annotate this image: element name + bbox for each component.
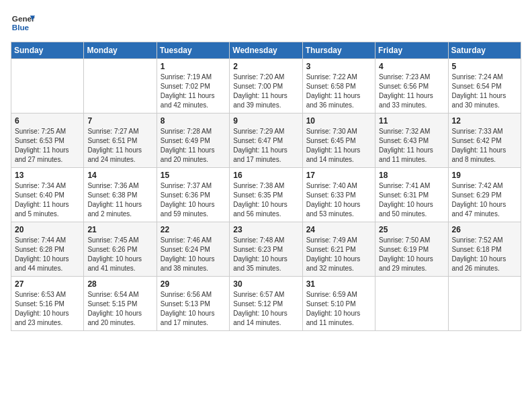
- day-number: 14: [87, 171, 152, 180]
- calendar-cell: 7Sunrise: 7:27 AM Sunset: 6:51 PM Daylig…: [84, 113, 157, 168]
- calendar-cell: 24Sunrise: 7:49 AM Sunset: 6:21 PM Dayli…: [302, 222, 375, 277]
- day-number: 16: [233, 171, 298, 180]
- calendar-cell: [84, 59, 157, 113]
- calendar-cell: [448, 277, 521, 331]
- day-number: 1: [161, 62, 226, 71]
- weekday-header-wednesday: Wednesday: [230, 42, 302, 59]
- day-number: 11: [379, 116, 444, 126]
- calendar-cell: 15Sunrise: 7:37 AM Sunset: 6:36 PM Dayli…: [157, 168, 229, 222]
- calendar-cell: [11, 59, 84, 113]
- day-info: Sunrise: 7:30 AM Sunset: 6:45 PM Dayligh…: [306, 127, 371, 165]
- calendar-cell: 21Sunrise: 7:45 AM Sunset: 6:26 PM Dayli…: [84, 222, 157, 277]
- day-info: Sunrise: 7:34 AM Sunset: 6:40 PM Dayligh…: [15, 181, 80, 219]
- calendar-week-1: 1Sunrise: 7:19 AM Sunset: 7:02 PM Daylig…: [11, 59, 521, 113]
- day-number: 21: [87, 225, 152, 234]
- day-number: 2: [233, 62, 298, 71]
- day-info: Sunrise: 7:38 AM Sunset: 6:35 PM Dayligh…: [233, 181, 298, 219]
- day-number: 6: [15, 116, 80, 126]
- calendar-cell: 27Sunrise: 6:53 AM Sunset: 5:16 PM Dayli…: [11, 277, 84, 331]
- day-info: Sunrise: 6:53 AM Sunset: 5:16 PM Dayligh…: [15, 290, 80, 328]
- calendar-cell: 30Sunrise: 6:57 AM Sunset: 5:12 PM Dayli…: [230, 277, 302, 331]
- calendar-cell: 6Sunrise: 7:25 AM Sunset: 6:53 PM Daylig…: [11, 113, 84, 168]
- day-number: 3: [306, 62, 371, 71]
- weekday-header-tuesday: Tuesday: [157, 42, 229, 59]
- day-info: Sunrise: 6:57 AM Sunset: 5:12 PM Dayligh…: [233, 290, 298, 328]
- day-number: 12: [452, 116, 517, 126]
- day-info: Sunrise: 7:24 AM Sunset: 6:54 PM Dayligh…: [452, 73, 517, 110]
- day-number: 19: [452, 171, 517, 180]
- calendar-week-5: 27Sunrise: 6:53 AM Sunset: 5:16 PM Dayli…: [11, 277, 521, 331]
- day-number: 23: [233, 225, 298, 234]
- calendar-cell: 12Sunrise: 7:33 AM Sunset: 6:42 PM Dayli…: [448, 113, 521, 168]
- day-info: Sunrise: 7:27 AM Sunset: 6:51 PM Dayligh…: [87, 127, 152, 165]
- day-info: Sunrise: 6:54 AM Sunset: 5:15 PM Dayligh…: [87, 290, 152, 328]
- weekday-header-thursday: Thursday: [302, 42, 375, 59]
- day-info: Sunrise: 7:37 AM Sunset: 6:36 PM Dayligh…: [161, 181, 226, 219]
- day-info: Sunrise: 7:50 AM Sunset: 6:19 PM Dayligh…: [379, 236, 444, 273]
- calendar-cell: 4Sunrise: 7:23 AM Sunset: 6:56 PM Daylig…: [375, 59, 448, 113]
- day-info: Sunrise: 7:48 AM Sunset: 6:23 PM Dayligh…: [233, 236, 298, 273]
- logo: General Blue: [11, 11, 35, 35]
- day-number: 30: [233, 279, 298, 289]
- day-info: Sunrise: 7:29 AM Sunset: 6:47 PM Dayligh…: [233, 127, 298, 165]
- calendar-body: 1Sunrise: 7:19 AM Sunset: 7:02 PM Daylig…: [11, 59, 521, 331]
- calendar-cell: 23Sunrise: 7:48 AM Sunset: 6:23 PM Dayli…: [230, 222, 302, 277]
- day-info: Sunrise: 7:49 AM Sunset: 6:21 PM Dayligh…: [306, 236, 371, 273]
- weekday-header-saturday: Saturday: [448, 42, 521, 59]
- calendar-cell: 19Sunrise: 7:42 AM Sunset: 6:29 PM Dayli…: [448, 168, 521, 222]
- day-number: 9: [233, 116, 298, 126]
- day-info: Sunrise: 7:28 AM Sunset: 6:49 PM Dayligh…: [161, 127, 226, 165]
- day-number: 7: [87, 116, 152, 126]
- calendar-week-3: 13Sunrise: 7:34 AM Sunset: 6:40 PM Dayli…: [11, 168, 521, 222]
- day-number: 29: [161, 279, 226, 289]
- calendar: SundayMondayTuesdayWednesdayThursdayFrid…: [11, 42, 521, 331]
- calendar-cell: 17Sunrise: 7:40 AM Sunset: 6:33 PM Dayli…: [302, 168, 375, 222]
- day-number: 17: [306, 171, 371, 180]
- day-info: Sunrise: 7:36 AM Sunset: 6:38 PM Dayligh…: [87, 181, 152, 219]
- day-number: 20: [15, 225, 80, 234]
- calendar-cell: 28Sunrise: 6:54 AM Sunset: 5:15 PM Dayli…: [84, 277, 157, 331]
- day-info: Sunrise: 7:23 AM Sunset: 6:56 PM Dayligh…: [379, 73, 444, 110]
- calendar-cell: [375, 277, 448, 331]
- svg-text:General: General: [12, 14, 35, 23]
- calendar-cell: 25Sunrise: 7:50 AM Sunset: 6:19 PM Dayli…: [375, 222, 448, 277]
- calendar-cell: 26Sunrise: 7:52 AM Sunset: 6:18 PM Dayli…: [448, 222, 521, 277]
- page-header: General Blue: [11, 11, 521, 35]
- day-info: Sunrise: 7:52 AM Sunset: 6:18 PM Dayligh…: [452, 236, 517, 273]
- day-info: Sunrise: 6:56 AM Sunset: 5:13 PM Dayligh…: [161, 290, 226, 328]
- day-info: Sunrise: 7:40 AM Sunset: 6:33 PM Dayligh…: [306, 181, 371, 219]
- weekday-header-sunday: Sunday: [11, 42, 84, 59]
- calendar-cell: 29Sunrise: 6:56 AM Sunset: 5:13 PM Dayli…: [157, 277, 229, 331]
- calendar-cell: 5Sunrise: 7:24 AM Sunset: 6:54 PM Daylig…: [448, 59, 521, 113]
- calendar-cell: 16Sunrise: 7:38 AM Sunset: 6:35 PM Dayli…: [230, 168, 302, 222]
- weekday-header-friday: Friday: [375, 42, 448, 59]
- calendar-cell: 14Sunrise: 7:36 AM Sunset: 6:38 PM Dayli…: [84, 168, 157, 222]
- calendar-cell: 1Sunrise: 7:19 AM Sunset: 7:02 PM Daylig…: [157, 59, 229, 113]
- day-number: 8: [161, 116, 226, 126]
- weekday-header-monday: Monday: [84, 42, 157, 59]
- calendar-cell: 31Sunrise: 6:59 AM Sunset: 5:10 PM Dayli…: [302, 277, 375, 331]
- day-number: 31: [306, 279, 371, 289]
- calendar-cell: 10Sunrise: 7:30 AM Sunset: 6:45 PM Dayli…: [302, 113, 375, 168]
- day-info: Sunrise: 7:20 AM Sunset: 7:00 PM Dayligh…: [233, 73, 298, 110]
- day-number: 4: [379, 62, 444, 71]
- day-info: Sunrise: 7:45 AM Sunset: 6:26 PM Dayligh…: [87, 236, 152, 273]
- day-info: Sunrise: 7:22 AM Sunset: 6:58 PM Dayligh…: [306, 73, 371, 110]
- calendar-header-row: SundayMondayTuesdayWednesdayThursdayFrid…: [11, 42, 521, 59]
- day-info: Sunrise: 7:32 AM Sunset: 6:43 PM Dayligh…: [379, 127, 444, 165]
- calendar-cell: 9Sunrise: 7:29 AM Sunset: 6:47 PM Daylig…: [230, 113, 302, 168]
- day-info: Sunrise: 7:46 AM Sunset: 6:24 PM Dayligh…: [161, 236, 226, 273]
- day-number: 27: [15, 279, 80, 289]
- day-number: 26: [452, 225, 517, 234]
- calendar-cell: 18Sunrise: 7:41 AM Sunset: 6:31 PM Dayli…: [375, 168, 448, 222]
- calendar-week-4: 20Sunrise: 7:44 AM Sunset: 6:28 PM Dayli…: [11, 222, 521, 277]
- calendar-cell: 22Sunrise: 7:46 AM Sunset: 6:24 PM Dayli…: [157, 222, 229, 277]
- day-info: Sunrise: 7:41 AM Sunset: 6:31 PM Dayligh…: [379, 181, 444, 219]
- day-number: 15: [161, 171, 226, 180]
- day-number: 22: [161, 225, 226, 234]
- day-number: 25: [379, 225, 444, 234]
- calendar-week-2: 6Sunrise: 7:25 AM Sunset: 6:53 PM Daylig…: [11, 113, 521, 168]
- day-number: 5: [452, 62, 517, 71]
- svg-text:Blue: Blue: [12, 23, 30, 32]
- day-info: Sunrise: 7:33 AM Sunset: 6:42 PM Dayligh…: [452, 127, 517, 165]
